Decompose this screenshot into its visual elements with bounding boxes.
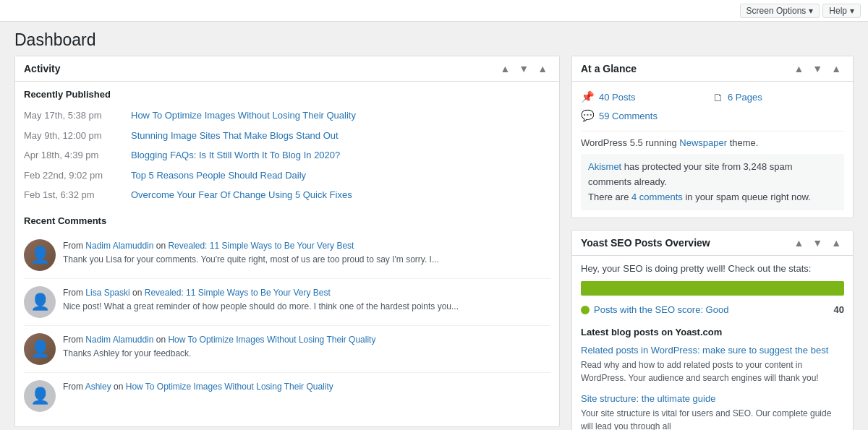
screen-options-button[interactable]: Screen Options ▾: [740, 4, 820, 18]
comment-post-link[interactable]: How To Optimize Images Without Losing Th…: [168, 335, 375, 345]
posts-count-link[interactable]: 40 Posts: [599, 92, 636, 103]
yoast-blog-post-link-2[interactable]: Site structure: the ultimate guide: [581, 393, 844, 404]
screen-options-arrow: ▾: [809, 6, 813, 16]
comments-icon: 💬: [581, 109, 595, 122]
comment-text: Thank you Lisa for your comments. You're…: [63, 253, 439, 266]
yoast-blog-post-link-1[interactable]: Related posts in WordPress: make sure to…: [581, 345, 844, 356]
seo-score-left: Posts with the SEO score: Good: [581, 304, 728, 315]
glance-comments-item: 💬 59 Comments: [581, 108, 712, 124]
post-date: Apr 18th, 4:39 pm: [24, 148, 125, 163]
help-button[interactable]: Help ▾: [822, 4, 861, 18]
post-link[interactable]: How To Optimize Images Without Losing Th…: [131, 108, 356, 123]
glance-collapse-up[interactable]: ▲: [791, 62, 807, 75]
yoast-minimize[interactable]: ▲: [828, 236, 844, 249]
comment-item: 👤 From Nadim Alamuddin on How To Optimiz…: [24, 326, 550, 373]
post-date: Feb 1st, 6:32 pm: [24, 188, 125, 202]
akismet-notice: Akismet has protected your site from 3,2…: [581, 154, 844, 210]
post-link[interactable]: Blogging FAQs: Is It Still Worth It To B…: [131, 148, 340, 163]
recently-published-label: Recently Published: [24, 89, 550, 100]
yoast-widget-title: Yoast SEO Posts Overview: [581, 237, 710, 249]
yoast-collapse-down[interactable]: ▼: [809, 236, 825, 249]
yoast-widget-controls: ▲ ▼ ▲: [791, 236, 844, 249]
post-link[interactable]: Stunning Image Sites That Make Blogs Sta…: [131, 129, 339, 143]
main-content: Activity ▲ ▼ ▲ Recently Published May 17…: [0, 56, 868, 430]
post-date: May 9th, 12:00 pm: [24, 129, 125, 143]
top-bar: Screen Options ▾ Help ▾: [0, 0, 868, 22]
page-header: Dashboard: [0, 22, 868, 56]
comment-post-link[interactable]: How To Optimize Images Without Losing Th…: [126, 382, 333, 392]
activity-minimize[interactable]: ▲: [535, 62, 550, 75]
activity-collapse-up[interactable]: ▲: [497, 62, 513, 75]
pages-count-link[interactable]: 6 Pages: [728, 92, 762, 103]
post-date: Feb 22nd, 9:02 pm: [24, 168, 125, 183]
glance-minimize[interactable]: ▲: [828, 62, 844, 75]
yoast-blog-post-desc-1: Read why and how to add related posts to…: [581, 358, 844, 384]
activity-widget-controls: ▲ ▼ ▲: [497, 62, 550, 75]
page-title: Dashboard: [14, 30, 854, 50]
comment-text: Thanks Ashley for your feedback.: [63, 347, 375, 360]
comment-author[interactable]: Nadim Alamuddin: [85, 241, 153, 251]
post-row: Feb 22nd, 9:02 pm Top 5 Reasons People S…: [24, 165, 550, 186]
theme-link[interactable]: Newspaper: [679, 137, 727, 148]
comment-content: From Nadim Alamuddin on Revealed: 11 Sim…: [63, 239, 439, 271]
recent-comments-label: Recent Comments: [24, 215, 550, 226]
activity-widget-header: Activity ▲ ▼ ▲: [15, 56, 559, 82]
glance-collapse-down[interactable]: ▼: [809, 62, 825, 75]
post-row: May 9th, 12:00 pm Stunning Image Sites T…: [24, 126, 550, 146]
akismet-link[interactable]: Akismet: [588, 161, 621, 172]
comment-content: From Ashley on How To Optimize Images Wi…: [63, 380, 333, 412]
comment-author[interactable]: Lisa Spaski: [85, 288, 129, 298]
avatar: 👤: [24, 239, 56, 271]
comment-item: 👤 From Lisa Spaski on Revealed: 11 Simpl…: [24, 279, 550, 326]
comment-meta: From Lisa Spaski on Revealed: 11 Simple …: [63, 286, 459, 300]
yoast-blog-post-desc-2: Your site structure is vital for users a…: [581, 407, 844, 430]
published-posts-list: May 17th, 5:38 pm How To Optimize Images…: [24, 106, 550, 205]
help-label: Help: [829, 6, 847, 16]
comment-item: 👤 From Nadim Alamuddin on Revealed: 11 S…: [24, 232, 550, 279]
comment-post-link[interactable]: Revealed: 11 Simple Ways to Be Your Very…: [168, 241, 354, 251]
avatar: 👤: [24, 333, 56, 365]
yoast-widget: Yoast SEO Posts Overview ▲ ▼ ▲ Hey, your…: [571, 230, 854, 430]
comment-author[interactable]: Ashley: [85, 382, 111, 392]
yoast-collapse-up[interactable]: ▲: [791, 236, 807, 249]
glance-widget-controls: ▲ ▼ ▲: [791, 62, 844, 75]
comment-meta: From Nadim Alamuddin on How To Optimize …: [63, 333, 375, 347]
spam-comments-link[interactable]: 4 comments: [631, 192, 683, 202]
yoast-widget-body: Hey, your SEO is doing pretty well! Chec…: [572, 256, 853, 430]
seo-score-row: Posts with the SEO score: Good 40: [581, 303, 844, 317]
avatar: 👤: [24, 380, 56, 412]
glance-stats-grid: 📌 40 Posts 🗋 6 Pages 💬 59 Comments: [581, 89, 844, 124]
at-a-glance-widget: At a Glance ▲ ▼ ▲ 📌 40 Posts 🗋 6 Pages: [571, 56, 854, 218]
comment-item: 👤 From Ashley on How To Optimize Images …: [24, 373, 550, 419]
yoast-widget-header: Yoast SEO Posts Overview ▲ ▼ ▲: [572, 231, 853, 256]
glance-posts-item: 📌 40 Posts: [581, 89, 712, 105]
comment-content: From Lisa Spaski on Revealed: 11 Simple …: [63, 286, 459, 318]
comments-count-link[interactable]: 59 Comments: [599, 111, 658, 121]
seo-score-count: 40: [834, 304, 844, 315]
wp-version-text: WordPress 5.5 running Newspaper theme.: [581, 137, 844, 148]
activity-widget-body: Recently Published May 17th, 5:38 pm How…: [15, 82, 559, 426]
comment-post-link[interactable]: Revealed: 11 Simple Ways to Be Your Very…: [145, 288, 331, 298]
pages-icon: 🗋: [712, 91, 723, 103]
left-column: Activity ▲ ▼ ▲ Recently Published May 17…: [14, 56, 560, 430]
screen-options-label: Screen Options: [746, 6, 807, 16]
glance-divider: [581, 131, 844, 132]
post-link[interactable]: Overcome Your Fear Of Change Using 5 Qui…: [131, 188, 352, 202]
yoast-intro: Hey, your SEO is doing pretty well! Chec…: [581, 263, 844, 274]
right-column: At a Glance ▲ ▼ ▲ 📌 40 Posts 🗋 6 Pages: [571, 56, 854, 430]
glance-pages-item: 🗋 6 Pages: [712, 89, 844, 105]
post-date: May 17th, 5:38 pm: [24, 108, 125, 123]
post-row: Apr 18th, 4:39 pm Blogging FAQs: Is It S…: [24, 145, 550, 165]
help-arrow: ▾: [850, 6, 854, 16]
seo-score-link[interactable]: Posts with the SEO score: Good: [594, 304, 728, 315]
green-dot-icon: [581, 306, 590, 314]
seo-progress-bar: [581, 281, 844, 296]
yoast-blog-title: Latest blog posts on Yoast.com: [581, 327, 844, 337]
recent-comments-section: Recent Comments 👤 From Nadim Alamuddin o…: [24, 215, 550, 419]
comment-author[interactable]: Nadim Alamuddin: [85, 335, 153, 345]
post-link[interactable]: Top 5 Reasons People Should Read Daily: [131, 168, 306, 183]
post-row: Feb 1st, 6:32 pm Overcome Your Fear Of C…: [24, 185, 550, 205]
activity-widget: Activity ▲ ▼ ▲ Recently Published May 17…: [14, 56, 560, 427]
activity-collapse-down[interactable]: ▼: [516, 62, 532, 75]
glance-widget-body: 📌 40 Posts 🗋 6 Pages 💬 59 Comments WordP…: [572, 82, 853, 218]
